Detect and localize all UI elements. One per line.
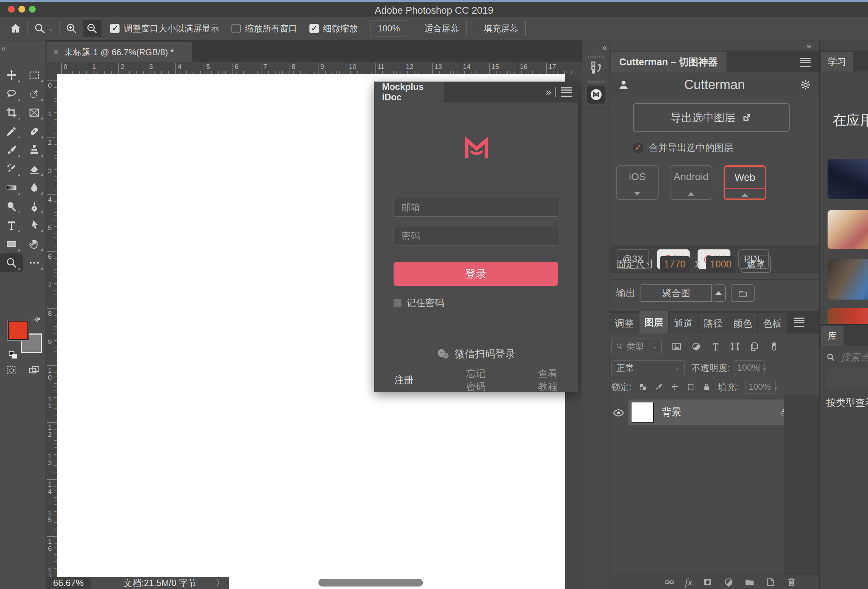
platform-android[interactable]: Android [670, 165, 712, 200]
quick-mask-button[interactable] [0, 361, 23, 380]
status-zoom-level[interactable]: 66.67% [46, 577, 91, 589]
register-link[interactable]: 注册 [374, 374, 442, 387]
mask-button[interactable]: 遮罩 [741, 256, 771, 273]
tab-调整[interactable]: 调整 [610, 313, 639, 333]
blur-tool[interactable] [23, 178, 46, 197]
new-layer-icon[interactable] [765, 577, 776, 588]
pen-tool[interactable] [23, 197, 46, 216]
screen-mode-button[interactable] [23, 361, 46, 380]
adjustment-filter-icon[interactable] [691, 341, 701, 352]
collapse-dock-icon[interactable]: » [807, 41, 810, 51]
merge-export-row[interactable]: 合并导出选中的图层 [633, 141, 733, 154]
lock-position-icon[interactable] [670, 382, 679, 392]
zoom-100-button[interactable]: 100% [370, 21, 407, 37]
link-layers-icon[interactable] [664, 577, 675, 588]
history-panel-icon[interactable] [582, 60, 610, 74]
output-mode-select[interactable]: 聚合图 [641, 284, 712, 302]
zoom-in-button[interactable] [65, 22, 78, 35]
remember-checkbox[interactable] [394, 299, 402, 307]
fill-screen-button[interactable]: 填充屏幕 [476, 20, 526, 37]
healing-brush-tool[interactable] [23, 122, 46, 141]
smart-object-filter-icon[interactable] [749, 341, 760, 352]
close-document-icon[interactable]: × [53, 47, 59, 58]
learn-thumbnail-collage[interactable] [828, 308, 868, 324]
layer-group-icon[interactable] [744, 577, 755, 588]
platform-web[interactable]: Web [723, 165, 766, 200]
merge-export-checkbox[interactable] [633, 143, 643, 153]
swap-colors-icon[interactable] [31, 313, 43, 325]
learn-thumbnail-florist[interactable] [828, 210, 868, 249]
email-field[interactable] [394, 198, 558, 216]
export-selected-layers-button[interactable]: 导出选中图层 [633, 103, 790, 132]
frame-tool[interactable] [23, 103, 46, 122]
panel-menu-icon[interactable] [800, 58, 810, 67]
layers-menu-icon[interactable] [794, 318, 805, 327]
delete-layer-icon[interactable] [786, 577, 797, 588]
output-mode-up-icon[interactable] [712, 284, 726, 302]
history-panel-collapsed[interactable] [582, 56, 610, 78]
tab-learn[interactable]: 学习 [821, 52, 853, 71]
foreground-color-swatch[interactable] [7, 321, 28, 340]
adjustment-layer-icon[interactable] [723, 577, 734, 588]
shape-filter-icon[interactable] [730, 341, 741, 352]
remember-password-row[interactable]: 记住密码 [394, 297, 444, 309]
mockplus-panel-collapsed[interactable] [582, 81, 610, 107]
forgot-password-link[interactable]: 忘记密码 [442, 367, 510, 393]
brush-tool[interactable] [0, 141, 23, 159]
filter-type-select[interactable]: 类型 ⌄ [611, 339, 662, 355]
history-brush-tool[interactable] [0, 159, 23, 178]
tab-通道[interactable]: 通道 [669, 313, 698, 333]
libraries-dropdown[interactable] [828, 370, 868, 389]
platform-ios[interactable]: iOS [616, 165, 658, 200]
more-tools[interactable] [23, 253, 46, 272]
blend-mode-select[interactable]: 正常 ⌄ [611, 360, 685, 375]
tab-libraries[interactable]: 库 [821, 326, 843, 346]
move-tool[interactable] [0, 66, 23, 84]
tab-路径[interactable]: 路径 [699, 313, 728, 333]
panel-menu-icon[interactable] [561, 87, 572, 97]
lock-transparency-icon[interactable] [638, 382, 648, 392]
zoom-out-button[interactable] [83, 20, 102, 37]
width-input[interactable]: 1770 [660, 256, 689, 272]
fill-select[interactable]: 100% ⌄ [745, 380, 776, 394]
hand-tool[interactable] [23, 234, 46, 253]
status-document-info[interactable]: 文档:21.5M/0 字节 〉 [91, 577, 229, 589]
layer-effects-icon[interactable]: fx [685, 576, 692, 588]
status-chevron-icon[interactable]: 〉 [216, 577, 224, 589]
layer-row-background[interactable]: 背景 [628, 399, 798, 425]
fit-screen-button[interactable]: 适合屏幕 [417, 20, 466, 37]
tab-图层[interactable]: 图层 [639, 311, 668, 333]
lock-paint-icon[interactable] [654, 382, 664, 392]
user-account-icon[interactable] [618, 79, 629, 91]
quick-selection-tool[interactable] [23, 84, 46, 103]
collapse-panel-icon[interactable]: » [546, 86, 550, 98]
options-checkbox-1[interactable] [232, 24, 241, 33]
crop-tool[interactable] [0, 103, 23, 122]
lasso-tool[interactable] [0, 84, 23, 103]
clone-stamp-tool[interactable] [23, 141, 46, 159]
libraries-search[interactable]: 搜索当前 [826, 351, 868, 364]
tab-颜色[interactable]: 颜色 [728, 313, 757, 333]
learn-thumbnail-dark-room[interactable] [828, 159, 868, 199]
gear-icon[interactable] [800, 79, 811, 91]
password-field[interactable] [394, 227, 558, 246]
login-button[interactable]: 登录 [394, 262, 558, 286]
horizontal-scrollbar-thumb[interactable] [319, 579, 423, 586]
learn-thumbnail-art-supplies[interactable] [828, 259, 868, 300]
eraser-tool[interactable] [23, 159, 46, 178]
output-folder-button[interactable] [731, 284, 754, 302]
lock-all-icon[interactable] [702, 382, 711, 392]
lock-artboard-icon[interactable] [686, 382, 695, 392]
default-colors-icon[interactable] [7, 349, 19, 362]
opacity-select[interactable]: 100% ⌄ [734, 360, 765, 375]
expand-dock-icon[interactable]: « [582, 40, 610, 53]
dodge-tool[interactable] [0, 197, 23, 216]
tab-色板[interactable]: 色板 [758, 313, 787, 333]
zoom-tool-preset[interactable]: ⌄ [34, 22, 53, 35]
cutterman-tab[interactable]: Cutterman – 切图神器 [611, 52, 726, 72]
gradient-tool[interactable] [0, 178, 23, 197]
layer-thumbnail[interactable] [631, 402, 654, 423]
layer-visibility-eye-icon[interactable] [613, 407, 624, 419]
attribute-filter-icon[interactable] [769, 341, 779, 352]
options-checkbox-0[interactable] [110, 24, 120, 33]
